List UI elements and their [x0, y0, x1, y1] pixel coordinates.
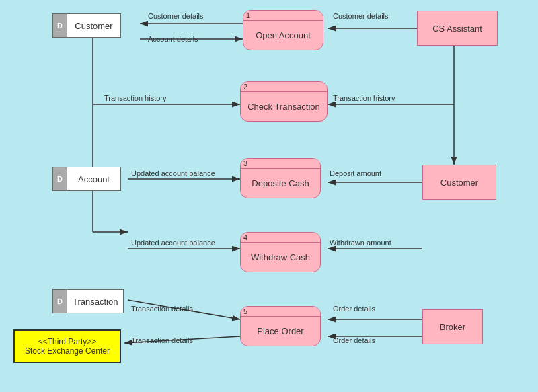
entity-customer-right: Customer — [422, 165, 496, 200]
process-check-transaction: 2 Check Transaction — [240, 81, 328, 122]
process-label-5: Place Order — [241, 317, 320, 346]
label-transaction-details-bottom: Transaction details — [131, 336, 193, 344]
entity-label-cs-assistant: CS Assistant — [432, 24, 482, 34]
datastore-label-transaction: Transaction — [67, 289, 124, 313]
datastore-d-account: D — [52, 167, 67, 191]
datastore-label-customer: Customer — [67, 13, 121, 38]
label-order-details-top: Order details — [333, 305, 375, 313]
process-label-1: Open Account — [243, 21, 323, 50]
datastore-customer: D Customer — [52, 13, 121, 38]
label-deposit-amount: Deposit amount — [330, 169, 381, 178]
entity-label-customer-right: Customer — [440, 178, 478, 188]
process-num-4: 4 — [241, 233, 320, 243]
process-num-1: 1 — [243, 11, 323, 21]
process-deposit-cash: 3 Deposite Cash — [240, 158, 321, 198]
label-withdrawn-amount: Withdrawn amount — [330, 239, 391, 247]
entity-label-stock-exchange: <<Third Party>>Stock Exchange Center — [25, 337, 110, 356]
process-num-5: 5 — [241, 307, 320, 317]
datastore-d-customer: D — [52, 13, 67, 38]
entity-label-broker: Broker — [440, 322, 465, 332]
label-account-details: Account details — [148, 35, 198, 43]
label-transaction-history-left: Transaction history — [104, 94, 167, 102]
entity-stock-exchange: <<Third Party>>Stock Exchange Center — [13, 329, 121, 363]
process-num-2: 2 — [241, 82, 327, 92]
label-updated-balance-deposit: Updated account balance — [131, 169, 215, 178]
entity-cs-assistant: CS Assistant — [417, 11, 498, 46]
label-transaction-details-left: Transaction details — [131, 305, 193, 313]
process-open-account: 1 Open Account — [243, 10, 323, 50]
process-withdraw-cash: 4 Withdraw Cash — [240, 232, 321, 272]
entity-broker: Broker — [422, 309, 483, 344]
label-customer-details-right: Customer details — [333, 12, 389, 20]
diagram-container: 1 Open Account 2 Check Transaction 3 Dep… — [0, 0, 538, 392]
datastore-label-account: Account — [67, 167, 121, 191]
process-label-4: Withdraw Cash — [241, 243, 320, 272]
datastore-d-transaction: D — [52, 289, 67, 313]
label-updated-balance-withdraw: Updated account balance — [131, 239, 215, 247]
process-label-2: Check Transaction — [241, 92, 327, 121]
label-transaction-history-right: Transaction history — [333, 94, 395, 102]
label-customer-details-top: Customer details — [148, 12, 204, 20]
process-num-3: 3 — [241, 159, 320, 169]
label-order-details-bottom: Order details — [333, 336, 375, 344]
datastore-account: D Account — [52, 167, 121, 191]
process-place-order: 5 Place Order — [240, 306, 321, 346]
datastore-transaction: D Transaction — [52, 289, 124, 313]
process-label-3: Deposite Cash — [241, 169, 320, 198]
